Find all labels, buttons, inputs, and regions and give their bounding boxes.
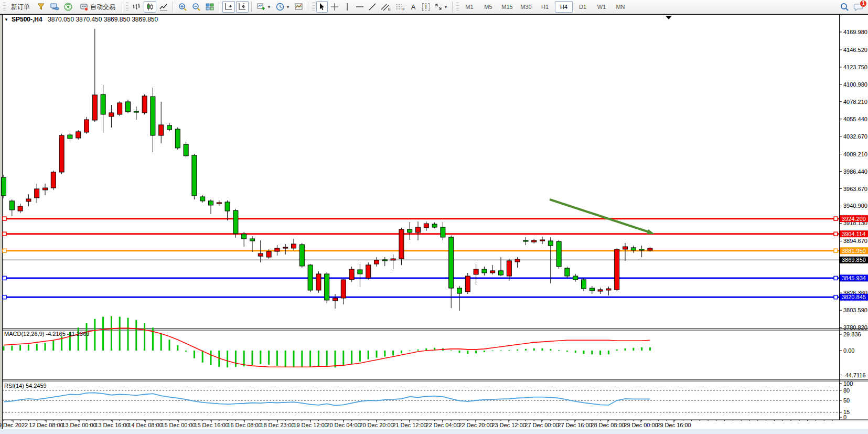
data-window-button[interactable] (48, 1, 61, 13)
timeframe-d1-button[interactable]: D1 (574, 1, 592, 13)
objects-group: ▼ ▼ (254, 1, 306, 13)
macd-histogram-bar (409, 351, 411, 351)
fibonacci-tool-button[interactable]: F (393, 1, 406, 13)
candlestick-chart-button[interactable] (144, 1, 156, 13)
timeframe-m1-button[interactable]: M1 (460, 1, 478, 13)
new-order-button[interactable]: 新订单 (7, 1, 34, 13)
candle-body (482, 269, 487, 273)
line-handle[interactable] (834, 295, 838, 299)
line-handle[interactable] (3, 295, 6, 299)
macd-histogram-bar (243, 351, 245, 366)
periods-button[interactable]: ▼ (274, 1, 292, 13)
macd-histogram-bar (119, 317, 121, 351)
candle-body (18, 206, 23, 211)
macd-histogram-bar (451, 351, 452, 351)
depth-of-market-button[interactable] (35, 1, 47, 13)
trendline-tool-button[interactable] (367, 1, 378, 13)
macd-histogram-bar (575, 351, 576, 353)
channel-e-label: E (388, 7, 391, 12)
line-handle[interactable] (3, 217, 6, 220)
line-chart-button[interactable] (157, 1, 170, 13)
candle-body (623, 247, 628, 249)
time-label: 21 Dec 12:00 (392, 422, 426, 428)
candle-body (134, 111, 138, 112)
line-handle[interactable] (834, 232, 838, 236)
candle-body (59, 135, 64, 172)
line-handle[interactable] (834, 276, 838, 280)
price-tick-label: 4146.520 (843, 47, 867, 53)
timeframe-m5-button[interactable]: M5 (479, 1, 497, 13)
rsi-tick-label: 0 (843, 414, 846, 420)
line-handle[interactable] (834, 217, 838, 220)
templates-button[interactable] (293, 1, 305, 13)
candle-body (441, 227, 445, 237)
chart-shift-button[interactable] (236, 1, 249, 13)
auto-scroll-button[interactable] (222, 1, 235, 13)
window-left-edge (0, 14, 2, 434)
chart-type-group (130, 1, 170, 13)
candle-body (490, 271, 495, 273)
timeframe-m30-button[interactable]: M30 (517, 1, 535, 13)
time-label: 27 Dec 16:00 (558, 422, 592, 428)
cursor-tool-button[interactable] (316, 1, 328, 13)
timeframe-w1-button[interactable]: W1 (593, 1, 610, 13)
crosshair-tool-button[interactable] (329, 1, 340, 13)
candle-body (598, 290, 603, 291)
candle-body (151, 97, 155, 135)
candle-body (374, 260, 379, 264)
label-tool-button[interactable]: T (420, 1, 432, 13)
macd-histogram-bar (235, 351, 237, 367)
indicators-button[interactable]: ▼ (255, 1, 273, 13)
bar-chart-button[interactable] (130, 1, 143, 13)
candle-body (325, 274, 329, 300)
timeframe-h4-button[interactable]: H4 (555, 1, 573, 13)
candle-body (192, 155, 197, 196)
candle-body (548, 241, 553, 246)
tile-windows-icon (205, 2, 215, 12)
price-label-text: 3904.114 (842, 231, 865, 237)
templates-icon (294, 2, 304, 12)
trade-group: 新订单 (7, 1, 120, 13)
notifications-button[interactable]: 1 (852, 1, 865, 13)
tile-windows-button[interactable] (203, 1, 216, 13)
macd-histogram-bar (111, 316, 112, 351)
line-handle[interactable] (3, 232, 6, 236)
line-handle[interactable] (834, 249, 838, 252)
rsi-tick-label: 50 (843, 397, 850, 404)
fibo-f-label: F (402, 7, 405, 12)
chart-canvas[interactable]: 4169.9804146.5204123.7504100.9804078.210… (0, 0, 868, 434)
zoom-in-button[interactable] (176, 1, 189, 13)
signals-button[interactable] (62, 1, 74, 13)
zoom-out-button[interactable] (190, 1, 202, 13)
rsi-tick-label: 80 (843, 387, 850, 394)
search-button[interactable] (838, 1, 851, 13)
macd-histogram-bar (160, 334, 162, 351)
candle-body (573, 276, 578, 280)
candle-body (399, 229, 404, 259)
macd-histogram-bar (558, 350, 560, 351)
time-label: 12 Dec 08:00 (29, 422, 63, 428)
macd-histogram-bar (144, 323, 145, 351)
separator (173, 2, 174, 12)
macd-histogram-bar (28, 345, 29, 351)
vertical-line-tool-button[interactable] (341, 1, 353, 13)
candle-body (266, 251, 271, 257)
candle-body (200, 197, 205, 201)
autotrading-button[interactable]: 自动交易 (76, 1, 119, 13)
timeframe-mn-button[interactable]: MN (612, 1, 629, 13)
arrows-tool-button[interactable]: ▼ (433, 1, 449, 13)
channel-tool-button[interactable]: E (379, 1, 392, 13)
timeframe-m15-button[interactable]: M15 (498, 1, 516, 13)
text-tool-button[interactable]: A (408, 1, 419, 13)
candle-body (523, 240, 528, 241)
dropdown-arrow-icon: ▼ (286, 5, 290, 9)
time-label: 16 Dec 08:00 (227, 422, 261, 428)
time-label: 22 Dec 20:00 (458, 422, 492, 428)
macd-histogram-bar (102, 317, 104, 351)
oneclick-collapse-icon: ▼ (4, 17, 8, 22)
line-handle[interactable] (3, 249, 6, 252)
line-handle[interactable] (3, 276, 6, 280)
candle-body (391, 259, 395, 260)
horizontal-line-tool-button[interactable] (354, 1, 366, 13)
timeframe-h1-button[interactable]: H1 (536, 1, 554, 13)
